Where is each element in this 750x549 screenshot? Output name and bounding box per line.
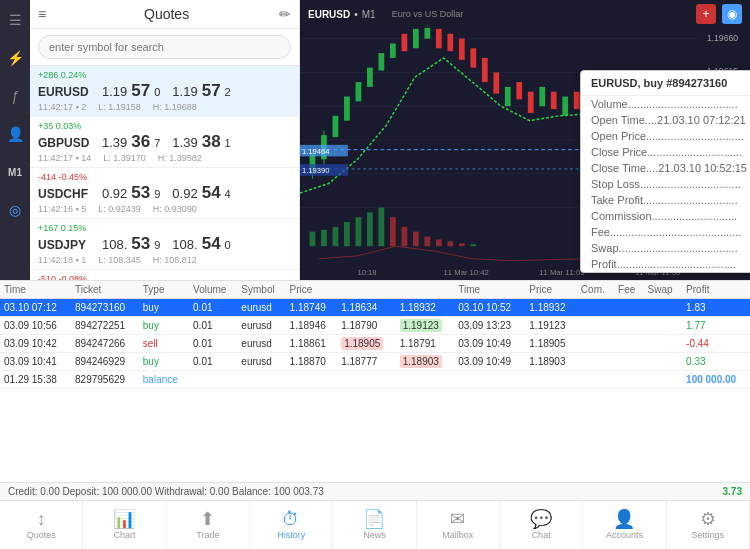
svg-rect-45 (321, 230, 327, 246)
svg-rect-54 (424, 237, 430, 247)
quote-row: GBPUSD 1.39367 1.39381 (38, 132, 291, 152)
bottom-section: Time Ticket Type Volume Symbol Price Tim… (0, 280, 750, 500)
trade-popup-row: Stop Loss...............................… (581, 176, 750, 192)
col-price1: Price (286, 281, 338, 299)
svg-rect-31 (539, 87, 545, 106)
col-time2: Time (454, 281, 525, 299)
svg-rect-30 (528, 92, 534, 113)
svg-text:11 Mar 10:42: 11 Mar 10:42 (444, 268, 489, 277)
bottom-nav: ↕ Quotes 📊 Chart ⬆ Trade ⏱ History 📄 New… (0, 500, 750, 549)
svg-rect-13 (333, 116, 339, 137)
quote-item[interactable]: -414 -0.45% USDCHF 0.92539 0.92544 11:42… (30, 168, 299, 219)
quote-symbol: USDJPY (38, 238, 98, 252)
lightning-icon[interactable]: ⚡ (3, 46, 27, 70)
quote-row: USDJPY 108.539 108.540 (38, 234, 291, 254)
nav-item-history[interactable]: ⏱ History (250, 501, 333, 549)
quote-item[interactable]: -510 -0.08% USDCNH 6.48759 6.49003 11:42… (30, 270, 299, 280)
nav-item-accounts[interactable]: 👤 Accounts (583, 501, 666, 549)
nav-item-news[interactable]: 📄 News (333, 501, 416, 549)
svg-rect-15 (356, 82, 362, 101)
m1-label[interactable]: M1 (3, 160, 27, 184)
trade-popup-row: Open Time....21.03.10 07:12:21 (581, 112, 750, 128)
svg-rect-17 (379, 53, 385, 70)
nav-item-chart[interactable]: 📊 Chart (83, 501, 166, 549)
main-area: ☰ ⚡ ƒ 👤 M1 ◎ ≡ Quotes ✏ +286 0.24% EURUS… (0, 0, 750, 280)
nav-icon: ⬆ (200, 510, 215, 528)
table-container: Time Ticket Type Volume Symbol Price Tim… (0, 281, 750, 482)
chart-btn-blue[interactable]: ◉ (722, 4, 742, 24)
quote-item[interactable]: +286 0.24% EURUSD 1.19570 1.19572 11:42:… (30, 66, 299, 117)
col-type: Type (139, 281, 189, 299)
user-icon[interactable]: 👤 (3, 122, 27, 146)
nav-item-trade[interactable]: ⬆ Trade (167, 501, 250, 549)
trade-popup-row: Profit..................................… (581, 256, 750, 272)
chart-symbol: EURUSD (308, 9, 350, 20)
trade-popup-row: Fee.....................................… (581, 224, 750, 240)
svg-rect-53 (413, 232, 419, 246)
quote-symbol: GBPUSD (38, 136, 98, 150)
chart-area: EURUSD • M1 Euro vs US Dollar + ◉ (300, 0, 750, 280)
table-row[interactable]: 03.09 10:42 894247266 sell 0.01 eurusd 1… (0, 335, 750, 353)
svg-rect-51 (390, 217, 396, 246)
svg-rect-49 (367, 212, 373, 246)
quote-change: +167 0.15% (38, 223, 291, 233)
quote-symbol: EURUSD (38, 85, 98, 99)
nav-item-quotes[interactable]: ↕ Quotes (0, 501, 83, 549)
nav-icon: 📊 (113, 510, 135, 528)
trade-popup: EURUSD, buy #894273160 Volume...........… (580, 70, 750, 273)
quotes-title: Quotes (54, 6, 279, 22)
svg-text:10:18: 10:18 (357, 268, 376, 277)
nav-icon: ⚙ (700, 510, 716, 528)
col-ticket: Ticket (71, 281, 139, 299)
nav-item-chat[interactable]: 💬 Chat (500, 501, 583, 549)
trade-popup-row: Close Price.............................… (581, 144, 750, 160)
nav-item-mailbox[interactable]: ✉ Mailbox (417, 501, 500, 549)
svg-rect-50 (379, 208, 385, 247)
search-input[interactable] (38, 35, 291, 59)
trade-popup-row: Close Time....21.03.10 10:52:15 (581, 160, 750, 176)
quote-sub: 11:42:17 ▪ 14 L: 1.39170 H: 1.39582 (38, 153, 291, 163)
credit-bar: Credit: 0.00 Deposit: 100 000.00 Withdra… (0, 482, 750, 500)
chart-header: EURUSD • M1 Euro vs US Dollar + ◉ (300, 0, 750, 28)
quote-row: EURUSD 1.19570 1.19572 (38, 81, 291, 101)
formula-icon[interactable]: ƒ (3, 84, 27, 108)
nav-label: Settings (692, 530, 725, 540)
nav-icon: ↕ (37, 510, 46, 528)
svg-rect-44 (310, 232, 316, 246)
table-row[interactable]: 03.09 10:56 894272251 buy 0.01 eurusd 1.… (0, 317, 750, 335)
svg-rect-52 (401, 227, 407, 246)
nav-icon: 💬 (530, 510, 552, 528)
col-fee: Fee (614, 281, 643, 299)
menu-icon[interactable]: ☰ (3, 8, 27, 32)
svg-rect-57 (459, 243, 465, 246)
quote-item[interactable]: +35 0.03% GBPUSD 1.39367 1.39381 11:42:1… (30, 117, 299, 168)
left-sidebar: ☰ ⚡ ƒ 👤 M1 ◎ (0, 0, 30, 280)
trade-popup-row: Take Profit.............................… (581, 192, 750, 208)
trade-popup-row: Volume..................................… (581, 96, 750, 112)
svg-rect-56 (447, 241, 453, 246)
table-row[interactable]: 01.29 15:38 829795629 balance 100 000.00 (0, 371, 750, 389)
svg-rect-48 (356, 217, 362, 246)
nav-label: Chart (113, 530, 135, 540)
svg-rect-33 (562, 97, 568, 116)
circle-icon[interactable]: ◎ (3, 198, 27, 222)
chart-btn-red[interactable]: + (696, 4, 716, 24)
nav-item-settings[interactable]: ⚙ Settings (667, 501, 750, 549)
table-row[interactable]: 03.09 10:41 894246929 buy 0.01 eurusd 1.… (0, 353, 750, 371)
quote-change: -414 -0.45% (38, 172, 291, 182)
quote-item[interactable]: +167 0.15% USDJPY 108.539 108.540 11:42:… (30, 219, 299, 270)
svg-text:11 Mar 11:06: 11 Mar 11:06 (539, 268, 584, 277)
svg-rect-28 (505, 87, 511, 106)
edit-icon[interactable]: ✏ (279, 6, 291, 22)
chart-description: Euro vs US Dollar (392, 9, 464, 19)
table-row[interactable]: 03.10 07:12 894273160 buy 0.01 eurusd 1.… (0, 299, 750, 317)
list-icon: ≡ (38, 6, 46, 22)
chart-timeframe: M1 (362, 9, 376, 20)
quote-change: +286 0.24% (38, 70, 291, 80)
svg-rect-14 (344, 97, 350, 121)
col-swap: Swap (644, 281, 683, 299)
svg-rect-20 (413, 29, 419, 48)
svg-rect-24 (459, 39, 465, 60)
nav-icon: 📄 (363, 510, 385, 528)
nav-label: Quotes (27, 530, 56, 540)
